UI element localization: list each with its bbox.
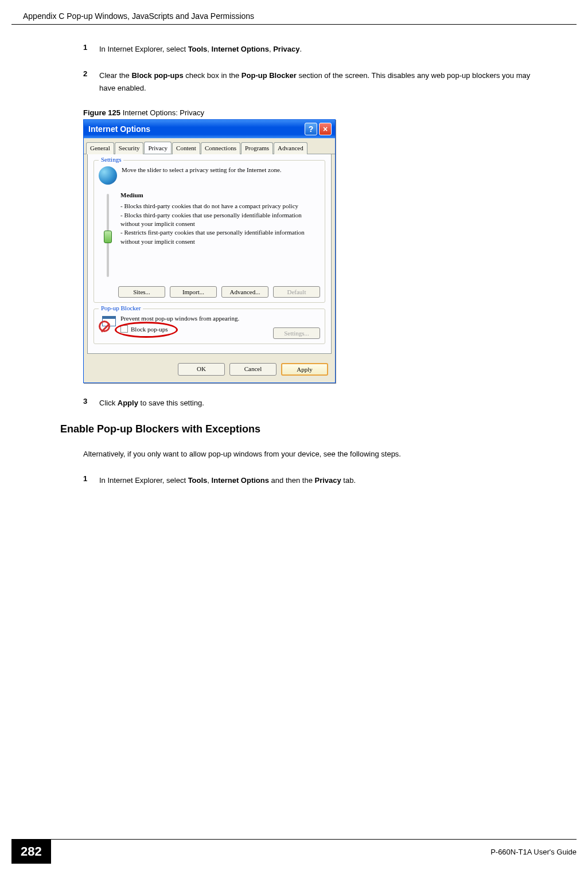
- tab-privacy[interactable]: Privacy: [144, 142, 172, 154]
- apply-button[interactable]: Apply: [281, 363, 328, 376]
- import-button[interactable]: Import...: [170, 286, 217, 298]
- tab-content[interactable]: Content: [172, 142, 200, 154]
- group-label: Pop-up Blocker: [99, 305, 143, 311]
- block-popup-icon: [99, 315, 116, 332]
- settings-text: Move the slider to select a privacy sett…: [122, 166, 282, 185]
- step-number: 3: [83, 397, 99, 409]
- text: and then the: [269, 476, 315, 485]
- bold: Block pop-ups: [131, 71, 183, 80]
- text: In Internet Explorer, select: [99, 476, 188, 485]
- dialog-panel: Settings Move the slider to select a pri…: [87, 154, 332, 354]
- page-number: 282: [11, 840, 51, 864]
- block-popups-checkbox[interactable]: [120, 325, 128, 333]
- subheading: Enable Pop-up Blockers with Exceptions: [60, 423, 531, 435]
- text: ,: [207, 476, 211, 485]
- privacy-level: Medium: [120, 192, 320, 198]
- settings-header: Move the slider to select a privacy sett…: [99, 166, 320, 185]
- tab-general[interactable]: General: [86, 142, 114, 154]
- internet-options-dialog: Internet Options ? × General Security Pr…: [83, 119, 336, 383]
- tab-advanced[interactable]: Advanced: [274, 142, 307, 154]
- advanced-button[interactable]: Advanced...: [221, 286, 268, 298]
- close-icon[interactable]: ×: [319, 123, 332, 135]
- bold: Apply: [118, 399, 138, 407]
- popup-row: Prevent most pop-up windows from appeari…: [99, 315, 320, 339]
- step-2: 2 Clear the Block pop-ups check box in t…: [83, 69, 531, 95]
- step-text: In Internet Explorer, select Tools, Inte…: [99, 43, 302, 56]
- settings-group: Settings Move the slider to select a pri…: [94, 160, 325, 303]
- page-footer: 282 P-660N-T1A User's Guide: [11, 839, 577, 864]
- step-text: Click Apply to save this setting.: [99, 397, 204, 409]
- globe-icon: [99, 166, 117, 185]
- tab-programs[interactable]: Programs: [241, 142, 273, 154]
- bold: Privacy: [314, 476, 341, 485]
- slider-area: Medium - Blocks third-party cookies that…: [99, 192, 320, 277]
- popup-blocker-group: Pop-up Blocker Prevent most pop-up windo…: [94, 309, 325, 344]
- ok-button[interactable]: OK: [178, 363, 225, 376]
- dialog-titlebar[interactable]: Internet Options ? ×: [84, 120, 335, 138]
- privacy-slider[interactable]: [99, 192, 117, 277]
- text: Click: [99, 399, 118, 407]
- bold: Privacy: [273, 45, 299, 53]
- dialog-buttons: OK Cancel Apply: [84, 357, 335, 383]
- tab-connections[interactable]: Connections: [201, 142, 240, 154]
- slider-thumb[interactable]: [104, 231, 112, 243]
- step-number: 2: [83, 69, 99, 95]
- step-3: 3 Click Apply to save this setting.: [83, 397, 531, 409]
- group-label: Settings: [99, 156, 123, 163]
- default-button: Default: [273, 286, 320, 298]
- help-icon[interactable]: ?: [305, 123, 317, 135]
- popup-text: Prevent most pop-up windows from appeari…: [120, 315, 273, 322]
- step-1: 1 In Internet Explorer, select Tools, In…: [83, 43, 531, 56]
- block-popups-checkbox-row: Block pop-ups: [120, 325, 273, 333]
- text: to save this setting.: [138, 399, 204, 407]
- bold: Internet Options: [212, 45, 269, 53]
- cancel-button[interactable]: Cancel: [229, 363, 277, 376]
- text: .: [299, 45, 302, 53]
- bold: Internet Options: [212, 476, 269, 485]
- section2-step-1: 1 In Internet Explorer, select Tools, In…: [83, 474, 531, 487]
- settings-buttons: Sites... Import... Advanced... Default: [99, 286, 320, 298]
- text: Clear the: [99, 71, 131, 80]
- dialog-title: Internet Options: [88, 124, 150, 134]
- bold: Tools: [188, 45, 208, 53]
- step-number: 1: [83, 43, 99, 56]
- popup-settings-button: Settings...: [273, 327, 320, 339]
- figure-title: Internet Options: Privacy: [120, 108, 204, 117]
- bold: Tools: [188, 476, 208, 485]
- guide-name: P-660N-T1A User's Guide: [490, 840, 577, 864]
- text: tab.: [341, 476, 356, 485]
- titlebar-buttons: ? ×: [305, 123, 332, 135]
- step-text: In Internet Explorer, select Tools, Inte…: [99, 474, 356, 487]
- page-header: Appendix C Pop-up Windows, JavaScripts a…: [11, 0, 577, 25]
- figure-label: Figure 125: [83, 108, 120, 117]
- checkbox-label: Block pop-ups: [131, 326, 168, 333]
- text: check box in the: [184, 71, 242, 80]
- slider-description: Medium - Blocks third-party cookies that…: [117, 192, 320, 277]
- bold: Pop-up Blocker: [242, 71, 297, 80]
- content-area: 1 In Internet Explorer, select Tools, In…: [0, 25, 588, 487]
- paragraph: Alternatively, if you only want to allow…: [83, 448, 531, 461]
- text: In Internet Explorer, select: [99, 45, 188, 53]
- figure-caption: Figure 125 Internet Options: Privacy: [83, 108, 531, 117]
- step-text: Clear the Block pop-ups check box in the…: [99, 69, 531, 95]
- text: ,: [207, 45, 211, 53]
- privacy-desc: - Blocks third-party cookies that do not…: [120, 202, 320, 246]
- dialog-tabs: General Security Privacy Content Connect…: [84, 138, 335, 154]
- step-number: 1: [83, 474, 99, 487]
- tab-security[interactable]: Security: [115, 142, 144, 154]
- sites-button[interactable]: Sites...: [118, 286, 165, 298]
